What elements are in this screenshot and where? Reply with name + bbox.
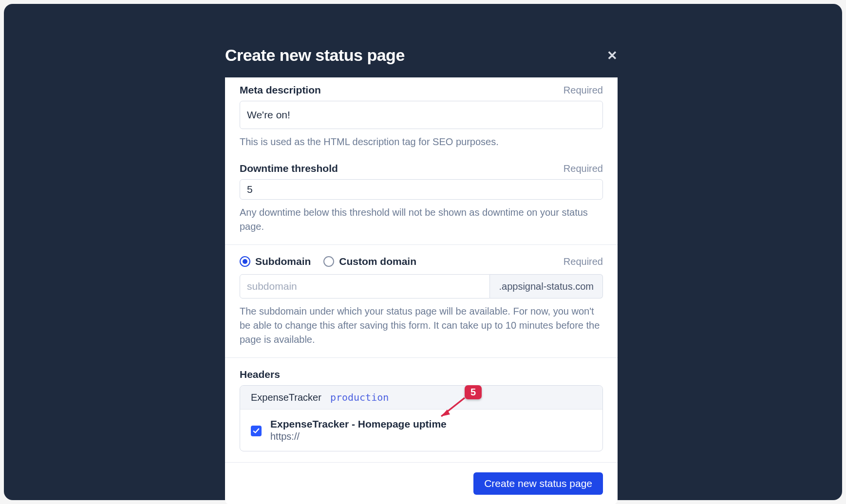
domain-required: Required: [564, 256, 603, 267]
meta-description-input[interactable]: [240, 101, 603, 129]
subdomain-input[interactable]: [240, 274, 490, 299]
downtime-threshold-label: Downtime threshold: [240, 163, 338, 174]
monitor-title: ExpenseTracker - Homepage uptime: [270, 418, 447, 430]
domain-hint: The subdomain under which your status pa…: [240, 304, 603, 347]
monitor-row: ExpenseTracker - Homepage uptime https:/…: [240, 409, 602, 451]
meta-description-required: Required: [564, 85, 603, 96]
app-name: ExpenseTracker: [251, 392, 321, 403]
meta-description-section: Meta description Required This is used a…: [225, 77, 618, 160]
modal-backdrop: Create new status page ✕ Meta descriptio…: [4, 4, 842, 500]
modal-title: Create new status page: [225, 46, 405, 65]
annotation-badge-5: 5: [465, 385, 482, 399]
custom-domain-radio[interactable]: Custom domain: [323, 256, 416, 267]
modal-header: Create new status page ✕: [225, 46, 618, 65]
downtime-threshold-section: Downtime threshold Required Any downtime…: [225, 160, 618, 244]
subdomain-radio-label: Subdomain: [255, 256, 311, 267]
domain-section: Subdomain Custom domain Required .appsig…: [225, 244, 618, 357]
environment-tag: production: [330, 392, 389, 403]
headers-app-row: ExpenseTracker production: [240, 386, 602, 409]
modal-footer: Create new status page: [225, 462, 618, 504]
downtime-threshold-required: Required: [564, 163, 603, 174]
domain-suffix: .appsignal-status.com: [490, 274, 603, 299]
meta-description-hint: This is used as the HTML description tag…: [240, 135, 603, 149]
close-icon[interactable]: ✕: [607, 49, 618, 62]
downtime-threshold-hint: Any downtime below this threshold will n…: [240, 205, 603, 234]
monitor-url: https://: [270, 431, 447, 442]
headers-box: ExpenseTracker production ExpenseTracker…: [240, 385, 603, 451]
monitor-checkbox[interactable]: [251, 426, 262, 436]
headers-section: Headers 5 ExpenseTracker production: [225, 357, 618, 462]
subdomain-radio[interactable]: Subdomain: [240, 256, 311, 267]
create-status-page-button[interactable]: Create new status page: [473, 472, 603, 495]
downtime-threshold-input[interactable]: [240, 179, 603, 200]
headers-label: Headers: [240, 369, 280, 380]
meta-description-label: Meta description: [240, 84, 321, 96]
create-status-page-modal: Meta description Required This is used a…: [225, 77, 618, 504]
custom-domain-radio-label: Custom domain: [339, 256, 416, 267]
